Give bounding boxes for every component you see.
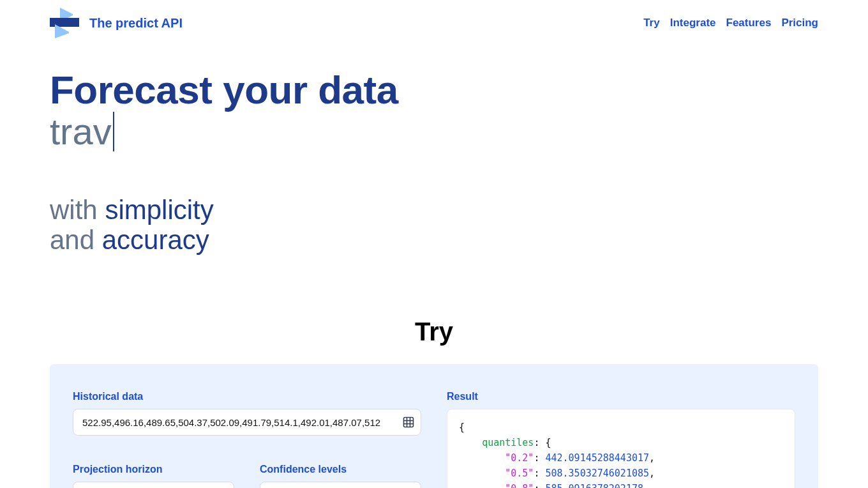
result-output: { quantiles: { "0.2": 442.09145288443017… xyxy=(447,409,795,488)
try-result: Result { quantiles: { "0.2": 442.0914528… xyxy=(447,391,795,488)
nav-link-pricing[interactable]: Pricing xyxy=(781,17,818,29)
primary-nav: Try Integrate Features Pricing xyxy=(643,17,818,29)
confidence-levels-label: Confidence levels xyxy=(260,464,421,475)
try-form: Historical data Projection horizon xyxy=(73,391,421,488)
result-key-q08: "0.8" xyxy=(505,483,534,488)
result-label: Result xyxy=(447,391,795,402)
nav-link-features[interactable]: Features xyxy=(726,17,772,29)
result-val-q08: 585.0916378202178 xyxy=(545,483,643,488)
confidence-levels-input[interactable] xyxy=(260,482,421,488)
table-icon[interactable] xyxy=(402,416,415,429)
hero-headline: Forecast your data xyxy=(50,69,818,111)
hero-sub-simplicity: simplicity xyxy=(105,195,213,225)
hero-typing: trav xyxy=(50,112,818,151)
section-heading-try: Try xyxy=(50,317,818,346)
hero-sub-and: and xyxy=(50,225,94,255)
result-key-q02: "0.2" xyxy=(505,452,534,464)
logo-icon xyxy=(50,8,79,38)
hero-typing-text: trav xyxy=(50,112,112,151)
nav-link-integrate[interactable]: Integrate xyxy=(670,17,716,29)
result-val-q05: 508.35032746021085 xyxy=(545,468,649,479)
hero-sub-accuracy: accuracy xyxy=(102,225,209,255)
site-header: The predict API Try Integrate Features P… xyxy=(50,0,818,46)
historical-data-input[interactable] xyxy=(73,409,421,436)
historical-data-label: Historical data xyxy=(73,391,421,402)
brand[interactable]: The predict API xyxy=(50,8,183,38)
projection-horizon-label: Projection horizon xyxy=(73,464,234,475)
try-panel: Historical data Projection horizon xyxy=(50,364,818,488)
svg-rect-1 xyxy=(50,18,79,27)
hero-sub-with: with xyxy=(50,195,98,225)
svg-rect-3 xyxy=(404,418,414,427)
hero: Forecast your data trav with simplicity … xyxy=(50,46,818,270)
typing-cursor-icon xyxy=(113,112,114,151)
hero-subheading: with simplicity and accuracy xyxy=(50,195,818,255)
nav-link-try[interactable]: Try xyxy=(643,17,660,29)
result-key-quantiles: quantiles xyxy=(482,437,534,448)
brand-title: The predict API xyxy=(89,16,183,31)
result-key-q05: "0.5" xyxy=(505,468,534,479)
historical-data-field xyxy=(73,409,421,436)
result-val-q02: 442.09145288443017 xyxy=(545,452,649,464)
projection-horizon-input[interactable] xyxy=(73,482,234,488)
